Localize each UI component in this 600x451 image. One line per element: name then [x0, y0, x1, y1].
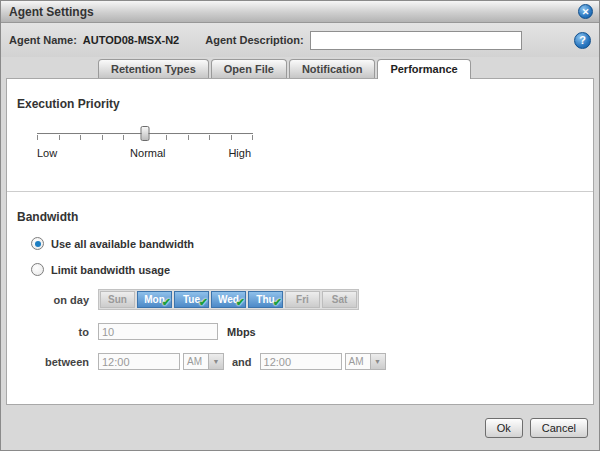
agent-name-label: Agent Name:	[9, 34, 77, 46]
day-button-mon[interactable]: Mon ✔	[137, 291, 172, 308]
to-label: to	[17, 326, 89, 338]
limit-bandwidth-radio[interactable]	[31, 263, 44, 276]
between-row: between AM ▼ and AM ▼	[17, 353, 593, 370]
use-all-bandwidth-radio[interactable]	[31, 237, 44, 250]
day-label: Tue	[183, 294, 200, 305]
day-button-tue[interactable]: Tue ✔	[174, 291, 209, 308]
check-icon: ✔	[236, 294, 245, 310]
bandwidth-heading: Bandwidth	[17, 210, 593, 224]
agent-settings-dialog: Agent Settings ✕ Agent Name: AUTOD08-MSX…	[0, 0, 600, 451]
start-ampm-select[interactable]: AM ▼	[183, 353, 224, 370]
tab-notification[interactable]: Notification	[289, 59, 376, 78]
between-label: between	[17, 356, 89, 368]
start-ampm-value: AM	[184, 354, 208, 369]
slider-label-normal: Normal	[130, 147, 165, 159]
end-ampm-select[interactable]: AM ▼	[345, 353, 386, 370]
limit-bandwidth-option[interactable]: Limit bandwidth usage	[31, 263, 593, 276]
on-day-row: on day Sun Mon ✔ Tue ✔ Wed ✔ Thu ✔	[17, 289, 593, 310]
day-button-sun[interactable]: Sun	[100, 291, 135, 308]
day-button-wed[interactable]: Wed ✔	[211, 291, 246, 308]
chevron-down-icon[interactable]: ▼	[370, 354, 385, 369]
use-all-bandwidth-label: Use all available bandwidth	[51, 238, 194, 250]
start-time-input[interactable]	[98, 353, 180, 370]
agent-header: Agent Name: AUTOD08-MSX-N2 Agent Descrip…	[1, 23, 599, 57]
help-icon[interactable]: ?	[574, 32, 591, 49]
mbps-input[interactable]	[98, 323, 218, 340]
cancel-button[interactable]: Cancel	[530, 418, 588, 438]
ok-button[interactable]: Ok	[485, 418, 523, 438]
agent-description-input[interactable]	[310, 31, 522, 50]
tab-open-file[interactable]: Open File	[211, 59, 287, 78]
close-icon[interactable]: ✕	[578, 4, 593, 19]
check-icon: ✔	[162, 294, 171, 310]
section-divider	[7, 191, 593, 192]
chevron-down-icon[interactable]: ▼	[208, 354, 223, 369]
day-button-sat[interactable]: Sat	[322, 291, 357, 308]
window-title: Agent Settings	[9, 5, 578, 19]
priority-slider[interactable]: Low Normal High	[37, 125, 253, 167]
slider-label-low: Low	[37, 147, 57, 159]
agent-name-value: AUTOD08-MSX-N2	[83, 34, 179, 46]
tab-performance[interactable]: Performance	[377, 59, 470, 79]
day-button-thu[interactable]: Thu ✔	[248, 291, 283, 308]
agent-description-label: Agent Description:	[205, 34, 303, 46]
execution-priority-heading: Execution Priority	[17, 97, 593, 111]
on-day-label: on day	[17, 294, 89, 306]
titlebar: Agent Settings ✕	[1, 1, 599, 23]
mbps-row: to Mbps	[17, 323, 593, 340]
end-time-input[interactable]	[260, 353, 342, 370]
tabstrip: Retention Types Open File Notification P…	[1, 57, 599, 78]
day-button-fri[interactable]: Fri	[285, 291, 320, 308]
priority-slider-thumb[interactable]	[141, 126, 150, 141]
check-icon: ✔	[273, 294, 282, 310]
performance-panel: Execution Priority Low Normal High Bandw…	[6, 78, 594, 405]
end-ampm-value: AM	[346, 354, 370, 369]
and-label: and	[232, 356, 252, 368]
slider-label-high: High	[228, 147, 251, 159]
check-icon: ✔	[199, 294, 208, 310]
limit-bandwidth-label: Limit bandwidth usage	[51, 264, 170, 276]
use-all-bandwidth-option[interactable]: Use all available bandwidth	[31, 237, 593, 250]
mbps-label: Mbps	[227, 326, 256, 338]
day-selector: Sun Mon ✔ Tue ✔ Wed ✔ Thu ✔ Fri	[98, 289, 359, 310]
tab-retention-types[interactable]: Retention Types	[98, 59, 209, 78]
dialog-footer: Ok Cancel	[1, 405, 599, 450]
